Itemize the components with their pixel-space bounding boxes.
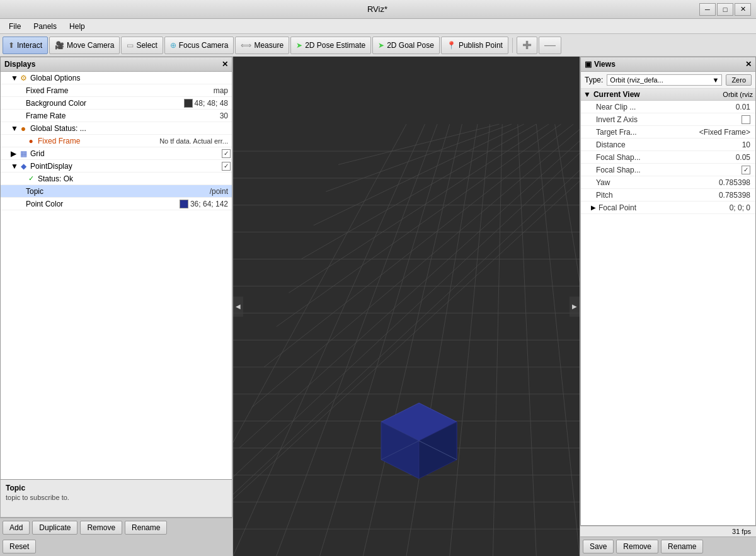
focal-point-row[interactable]: ▶ Focal Point 0; 0; 0	[581, 201, 755, 214]
3d-cube	[369, 390, 469, 493]
views-close-icon[interactable]: ✕	[745, 60, 752, 69]
pose-estimate-button[interactable]: ➤ 2D Pose Estimate	[290, 37, 371, 54]
minus-icon: —	[544, 38, 556, 52]
focal-shape1-value[interactable]: 0.05	[736, 153, 750, 162]
fixed-frame-error-row[interactable]: ▶ ● Fixed Frame No tf data. Actual err..…	[1, 135, 232, 147]
move-camera-button[interactable]: 🎥 Move Camera	[49, 37, 120, 54]
fixed-frame-error-label: Fixed Frame	[38, 137, 159, 145]
interact-label: Interact	[17, 41, 42, 50]
zero-button[interactable]: Zero	[726, 74, 752, 86]
yaw-value[interactable]: 0.785398	[719, 178, 750, 187]
invert-z-checkbox[interactable]	[742, 115, 750, 124]
point-display-row[interactable]: ▼ ◆ PointDisplay ✓	[1, 160, 232, 173]
select-button[interactable]: ▭ Select	[121, 37, 163, 54]
topic-row[interactable]: ▶ Topic /point	[1, 185, 232, 198]
fps-value: 31 fps	[732, 528, 751, 535]
point-color-value: 36; 64; 142	[190, 200, 231, 208]
focus-camera-button[interactable]: ⊕ Focus Camera	[164, 37, 234, 54]
type-select-value: Orbit (rviz_defa...	[610, 76, 663, 84]
duplicate-button[interactable]: Duplicate	[32, 521, 77, 535]
grid-label: Grid	[30, 149, 222, 158]
focal-point-expand[interactable]: ▶	[591, 204, 596, 211]
global-status-label: Global Status: ...	[30, 124, 231, 133]
views-save-button[interactable]: Save	[583, 540, 614, 553]
grid-row[interactable]: ▶ ▦ Grid ✓	[1, 147, 232, 160]
views-panel: ▣ Views ✕ Type: Orbit (rviz_defa... ▼ Ze…	[580, 57, 756, 526]
publish-point-button[interactable]: 📍 Publish Point	[441, 37, 508, 54]
pitch-value[interactable]: 0.785398	[719, 191, 750, 200]
current-view-value: Orbit (rviz	[723, 91, 753, 98]
minus-toolbar-button[interactable]: —	[539, 37, 561, 54]
titlebar-controls: ─ □ ✕	[699, 3, 751, 16]
type-select[interactable]: Orbit (rviz_defa... ▼	[607, 74, 722, 86]
close-button[interactable]: ✕	[735, 3, 751, 16]
grid-icon: ▦	[18, 149, 28, 159]
bg-color-row[interactable]: ▶ Background Color 48; 48; 48	[1, 97, 232, 110]
distance-value[interactable]: 10	[742, 140, 750, 149]
add-toolbar-button[interactable]: ✚	[517, 37, 537, 54]
cursor-icon: ⬆	[8, 41, 14, 50]
point-display-arrow[interactable]: ▼	[11, 162, 18, 171]
global-options-arrow[interactable]: ▼	[11, 74, 18, 82]
global-status-arrow[interactable]: ▼	[11, 124, 18, 133]
menu-file[interactable]: File	[3, 21, 27, 32]
target-frame-value[interactable]: <Fixed Frame>	[699, 128, 750, 137]
interact-button[interactable]: ⬆ Interact	[3, 37, 48, 54]
point-color-label: Point Color	[26, 200, 180, 208]
window-title: RViz*	[55, 4, 699, 14]
menu-panels[interactable]: Panels	[27, 21, 63, 32]
grid-arrow[interactable]: ▶	[11, 149, 18, 158]
select-icon: ▭	[127, 41, 134, 50]
measure-button[interactable]: ⟺ Measure	[235, 37, 289, 54]
bg-color-swatch	[184, 99, 193, 108]
rename-button[interactable]: Rename	[125, 521, 167, 535]
restore-button[interactable]: □	[717, 3, 733, 16]
fixed-frame-value: map	[214, 86, 231, 95]
titlebar: RViz* ─ □ ✕	[0, 0, 756, 19]
point-display-checkbox[interactable]: ✓	[222, 162, 231, 171]
menu-help[interactable]: Help	[63, 21, 91, 32]
gear-icon: ⚙	[18, 73, 28, 83]
reset-button[interactable]: Reset	[3, 540, 36, 553]
focus-icon: ⊕	[170, 41, 176, 50]
fixed-frame-row[interactable]: ▶ Fixed Frame map	[1, 84, 232, 97]
focal-shape1-row: Focal Shap... 0.05	[581, 151, 755, 164]
menubar: File Panels Help	[0, 19, 756, 34]
minimize-button[interactable]: ─	[699, 3, 716, 16]
pose-icon: ➤	[296, 41, 302, 50]
remove-button[interactable]: Remove	[80, 521, 122, 535]
views-rename-button[interactable]: Rename	[661, 540, 703, 553]
point-display-label: PointDisplay	[30, 162, 222, 171]
measure-label: Measure	[254, 41, 284, 50]
focal-shape2-label: Focal Shap...	[596, 166, 742, 174]
near-clip-value[interactable]: 0.01	[736, 103, 750, 111]
distance-label: Distance	[596, 140, 742, 149]
grid-checkbox[interactable]: ✓	[222, 149, 231, 158]
viewport-arrow-right[interactable]: ▶	[570, 297, 580, 317]
distance-row: Distance 10	[581, 139, 755, 151]
current-view-header[interactable]: ▼ Current View Orbit (rviz	[581, 89, 755, 101]
displays-close-icon[interactable]: ✕	[222, 60, 228, 69]
focal-point-value[interactable]: 0; 0; 0	[730, 203, 750, 212]
info-panel: Topic topic to subscribe to.	[0, 480, 232, 518]
cube-svg	[369, 390, 469, 491]
global-status-row[interactable]: ▼ ● Global Status: ...	[1, 122, 232, 135]
focal-point-label: Focal Point	[598, 203, 730, 212]
views-remove-button[interactable]: Remove	[616, 540, 658, 553]
viewport-arrow-left[interactable]: ◀	[233, 297, 243, 317]
focal-shape2-checkbox[interactable]: ✓	[742, 166, 750, 174]
diamond-icon: ◆	[18, 161, 28, 171]
invert-z-label: Invert Z Axis	[596, 115, 742, 124]
toolbar: ⬆ Interact 🎥 Move Camera ▭ Select ⊕ Focu…	[0, 34, 756, 57]
point-color-row[interactable]: ▶ Point Color 36; 64; 142	[1, 198, 232, 210]
goal-pose-button[interactable]: ➤ 2D Goal Pose	[372, 37, 440, 54]
move-camera-label: Move Camera	[67, 41, 114, 50]
viewport[interactable]: ◀ ▶	[233, 57, 580, 556]
frame-rate-row[interactable]: ▶ Frame Rate 30	[1, 110, 232, 122]
add-button[interactable]: Add	[3, 521, 30, 535]
frame-rate-value: 30	[220, 111, 231, 120]
views-header: ▣ Views ✕	[581, 57, 755, 72]
views-panel-icon: ▣	[585, 60, 592, 69]
global-options-row[interactable]: ▼ ⚙ Global Options	[1, 72, 232, 84]
yaw-label: Yaw	[596, 178, 719, 187]
